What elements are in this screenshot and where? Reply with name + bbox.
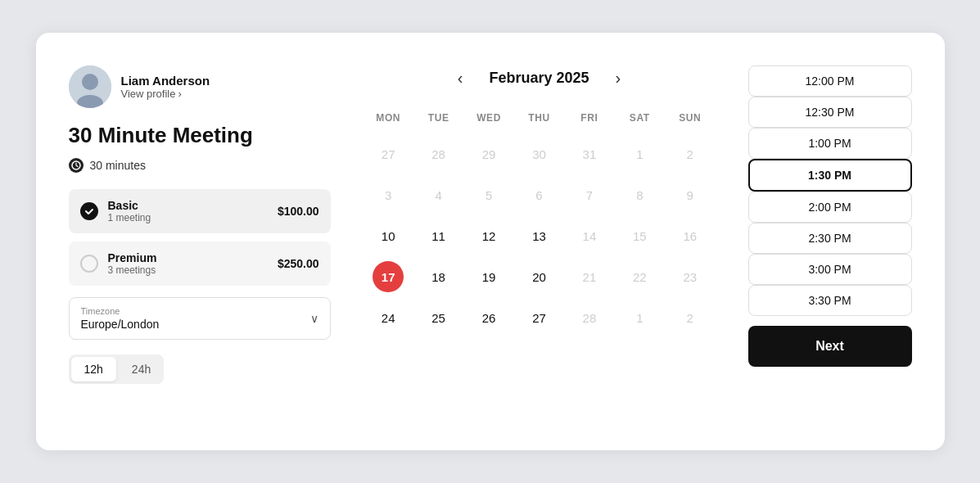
calendar-day-22: 22 <box>615 256 665 297</box>
calendar-day-6: 6 <box>514 174 564 215</box>
time-slot-12-00-PM[interactable]: 12:00 PM <box>748 65 912 97</box>
calendar-day-17[interactable]: 17 <box>364 256 413 297</box>
calendar-day-28: 28 <box>564 297 614 338</box>
calendar-day-20[interactable]: 20 <box>514 256 564 297</box>
calendar-day-14: 14 <box>564 215 614 256</box>
calendar-day-13[interactable]: 13 <box>514 215 564 256</box>
time-slots-panel: 12:00 PM12:30 PM1:00 PM1:30 PM2:00 PM2:3… <box>748 65 912 418</box>
next-button[interactable]: Next <box>748 326 912 367</box>
plan-premium-details: Premium 3 meetings <box>108 251 268 276</box>
calendar-day-1: 1 <box>615 297 665 338</box>
plan-premium-price: $250.00 <box>278 257 319 270</box>
plan-premium-meetings: 3 meetings <box>108 264 268 276</box>
weekday-fri: FRI <box>564 107 614 133</box>
timezone-select[interactable]: Timezone Europe/London ∨ <box>69 297 331 340</box>
time-slot-1-30-PM[interactable]: 1:30 PM <box>748 159 912 192</box>
clock-icon <box>69 158 84 173</box>
user-name: Liam Anderson <box>121 74 210 88</box>
calendar-day-9: 9 <box>665 174 715 215</box>
time-slot-2-00-PM[interactable]: 2:00 PM <box>748 192 912 223</box>
calendar-day-2: 2 <box>665 133 715 174</box>
prev-month-button[interactable]: ‹ <box>451 65 470 91</box>
calendar-day-10[interactable]: 10 <box>364 215 413 256</box>
weekday-sat: SAT <box>615 107 665 133</box>
plan-basic-meetings: 1 meeting <box>108 212 268 223</box>
calendar-day-15: 15 <box>615 215 665 256</box>
plan-premium[interactable]: Premium 3 meetings $250.00 <box>69 242 331 286</box>
calendar-day-23: 23 <box>665 256 715 297</box>
calendar-day-12[interactable]: 12 <box>463 215 513 256</box>
profile-row: Liam Anderson View profile › <box>69 65 331 108</box>
time-slot-12-30-PM[interactable]: 12:30 PM <box>748 97 912 128</box>
time-format-toggle: 12h 24h <box>69 354 165 384</box>
weekday-sun: SUN <box>665 107 715 133</box>
calendar-day-8: 8 <box>615 174 665 215</box>
calendar-day-2: 2 <box>665 297 715 338</box>
svg-point-1 <box>82 74 98 90</box>
weekday-wed: WED <box>463 107 513 133</box>
weekday-thu: THU <box>514 107 564 133</box>
calendar-grid: MON TUE WED THU FRI SAT SUN 272829303112… <box>364 107 716 338</box>
calendar-day-26[interactable]: 26 <box>463 297 513 338</box>
meeting-title: 30 Minute Meeting <box>69 123 331 148</box>
time-slot-3-30-PM[interactable]: 3:30 PM <box>748 285 912 316</box>
calendar-day-27: 27 <box>364 133 413 174</box>
booking-card: Liam Anderson View profile › 30 Minute M… <box>36 33 945 450</box>
calendar-day-19[interactable]: 19 <box>463 256 513 297</box>
calendar-day-18[interactable]: 18 <box>413 256 463 297</box>
plan-basic-name: Basic <box>108 199 268 212</box>
time-format-12h[interactable]: 12h <box>71 357 116 381</box>
time-slot-1-00-PM[interactable]: 1:00 PM <box>748 128 912 159</box>
calendar-day-1: 1 <box>615 133 665 174</box>
plan-basic-details: Basic 1 meeting <box>108 199 268 223</box>
calendar-day-29: 29 <box>463 133 513 174</box>
time-format-24h[interactable]: 24h <box>119 354 164 384</box>
calendar-day-25[interactable]: 25 <box>413 297 463 338</box>
profile-info: Liam Anderson View profile › <box>121 74 210 100</box>
timezone-label: Timezone <box>81 306 120 316</box>
calendar-day-21: 21 <box>564 256 614 297</box>
calendar-header: ‹ February 2025 › <box>364 65 716 91</box>
left-panel: Liam Anderson View profile › 30 Minute M… <box>69 65 331 418</box>
duration-label: 30 minutes <box>90 159 146 172</box>
timezone-value: Europe/London <box>81 318 160 331</box>
calendar-day-24[interactable]: 24 <box>364 297 413 338</box>
calendar-day-31: 31 <box>564 133 614 174</box>
calendar-day-27[interactable]: 27 <box>514 297 564 338</box>
calendar-panel: ‹ February 2025 › MON TUE WED THU FRI SA… <box>364 65 716 418</box>
next-month-button[interactable]: › <box>609 65 628 91</box>
avatar <box>69 65 111 108</box>
plan-premium-checkbox[interactable] <box>80 255 98 273</box>
calendar-day-4: 4 <box>413 174 463 215</box>
calendar-day-7: 7 <box>564 174 614 215</box>
plan-basic-checkbox[interactable] <box>80 202 98 220</box>
weekday-mon: MON <box>364 107 413 133</box>
plan-basic-price: $100.00 <box>278 205 319 218</box>
calendar-day-16: 16 <box>665 215 715 256</box>
time-slot-3-00-PM[interactable]: 3:00 PM <box>748 254 912 285</box>
calendar-day-11[interactable]: 11 <box>413 215 463 256</box>
plan-basic[interactable]: Basic 1 meeting $100.00 <box>69 189 331 233</box>
duration-row: 30 minutes <box>69 158 331 173</box>
calendar-day-28: 28 <box>413 133 463 174</box>
plan-premium-name: Premium <box>108 251 268 264</box>
calendar-day-30: 30 <box>514 133 564 174</box>
weekday-tue: TUE <box>413 107 463 133</box>
chevron-down-icon: ∨ <box>310 312 318 325</box>
time-slot-2-30-PM[interactable]: 2:30 PM <box>748 223 912 254</box>
view-profile-link[interactable]: View profile › <box>121 88 210 100</box>
calendar-day-5: 5 <box>463 174 513 215</box>
calendar-month-label: February 2025 <box>489 70 589 87</box>
chevron-right-icon: › <box>178 88 181 100</box>
calendar-day-3: 3 <box>364 174 413 215</box>
